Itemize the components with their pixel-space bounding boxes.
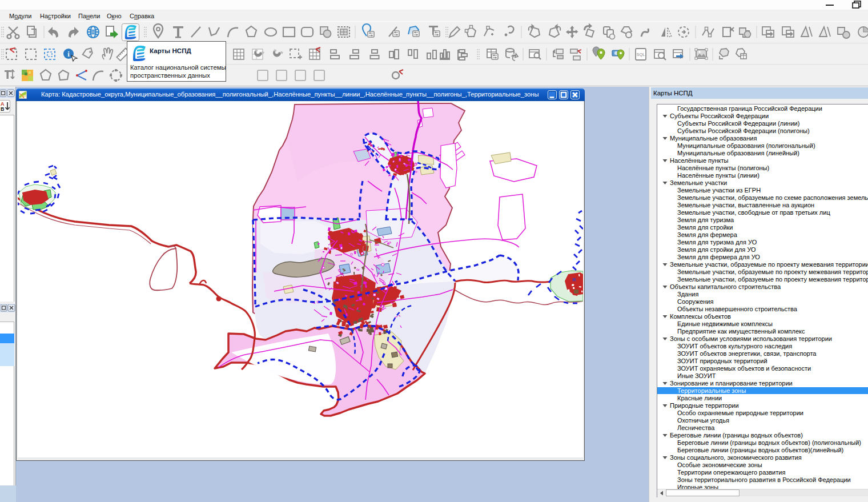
- svg-text:B: B: [1, 106, 5, 112]
- svg-text:SQL: SQL: [636, 52, 645, 57]
- svg-text:i: i: [67, 50, 70, 58]
